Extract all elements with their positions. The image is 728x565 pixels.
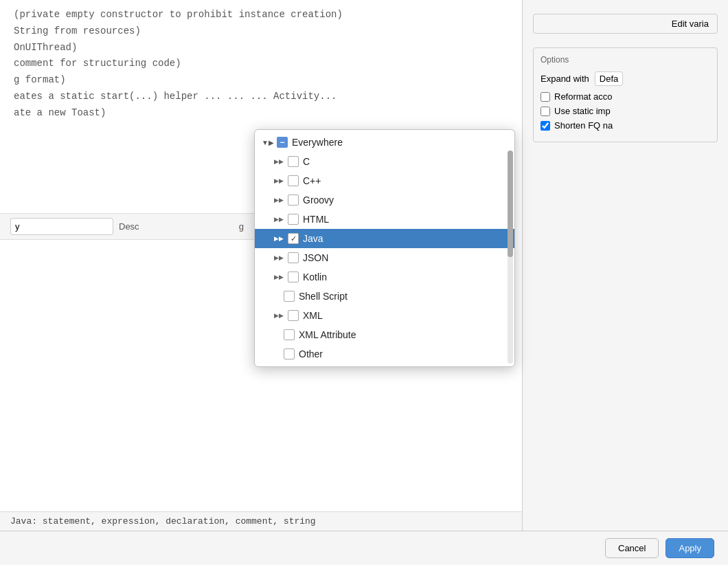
chevron-right-icon: ▶ (274, 253, 284, 263)
dropdown-item-label: Shell Script (299, 291, 506, 302)
shortenfq-checkbox[interactable] (541, 121, 550, 131)
expand-with-label: Expand with (541, 74, 589, 84)
checkbox-xmlattribute[interactable] (284, 329, 295, 340)
checkbox-kotlin[interactable] (288, 272, 299, 282)
dropdown-item-shellscript[interactable]: Shell Script (255, 287, 514, 306)
dropdown-scrollbar[interactable] (508, 151, 513, 364)
dropdown-item-c[interactable]: ▶ C (255, 152, 514, 171)
shortenfq-checkbox-row: Shorten FQ na (541, 120, 710, 131)
dropdown-item-java[interactable]: ▶ Java (255, 229, 514, 248)
dropdown-item-groovy[interactable]: ▶ Groovy (255, 190, 514, 210)
status-text: Java: statement, expression, declaration… (10, 516, 316, 527)
dropdown-item-cpp[interactable]: ▶ C++ (255, 171, 514, 190)
staticimport-checkbox[interactable] (541, 107, 550, 116)
checkbox-groovy[interactable] (288, 195, 299, 206)
code-line: ate a new Toast) (14, 105, 508, 122)
status-bar: Java: statement, expression, declaration… (0, 511, 522, 531)
apply-button[interactable]: Apply (666, 538, 714, 558)
checkbox-html[interactable] (288, 214, 299, 225)
code-line: (private empty constructor to prohibit i… (14, 7, 508, 23)
dropdown-item-label: Other (299, 348, 506, 359)
reformat-checkbox-row: Reformat acco (541, 91, 710, 102)
dropdown-item-label: Kotlin (303, 272, 506, 282)
reformat-checkbox[interactable] (541, 92, 550, 102)
shortenfq-label: Shorten FQ na (554, 120, 613, 131)
dropdown-item-label: Java (303, 233, 506, 244)
chevron-right-icon: ▶ (274, 234, 284, 243)
dropdown-item-other[interactable]: Other (255, 344, 514, 364)
dropdown-item-everywhere[interactable]: ▼ − Everywhere (255, 133, 514, 152)
dropdown-item-label: HTML (303, 214, 506, 225)
dropdown-item-html[interactable]: ▶ HTML (255, 210, 514, 229)
chevron-right-icon: ▶ (274, 272, 284, 282)
chevron-right-icon: ▶ (274, 311, 284, 320)
input-row: Desc g (0, 213, 254, 240)
chevron-right-icon: ▶ (274, 214, 284, 224)
dropdown-item-label: XML Attribute (299, 329, 506, 340)
minus-icon: − (277, 137, 288, 148)
checkbox-shellscript[interactable] (284, 291, 295, 302)
bottom-bar: Cancel Apply (0, 531, 728, 565)
right-panel: Edit varia Options Expand with Defa Refo… (522, 0, 728, 565)
cancel-button[interactable]: Cancel (605, 538, 659, 558)
checkbox-json[interactable] (288, 252, 299, 263)
dropdown-item-label: XML (303, 310, 506, 321)
dropdown-item-label: JSON (303, 252, 506, 263)
name-input[interactable] (10, 218, 113, 235)
dropdown-item-xml[interactable]: ▶ XML (255, 306, 514, 325)
code-line: eates a static start(...) helper ... ...… (14, 89, 508, 105)
code-line: g format) (14, 72, 508, 89)
options-title: Options (541, 55, 710, 65)
dropdown-item-label: C++ (303, 175, 506, 186)
chevron-right-icon: ▶ (274, 157, 284, 166)
scrollbar-thumb (508, 151, 513, 257)
code-line: comment for structuring code) (14, 56, 508, 72)
g-letter: g (239, 221, 244, 232)
code-line: String from resources) (14, 23, 508, 40)
expand-with-dropdown[interactable]: Defa (595, 71, 623, 86)
reformat-label: Reformat acco (554, 91, 613, 102)
chevron-down-icon: ▼ (263, 137, 273, 147)
checkbox-c[interactable] (288, 156, 299, 167)
checkbox-cpp[interactable] (288, 175, 299, 186)
options-group: Options Expand with Defa Reformat acco U… (533, 47, 718, 142)
dropdown-item-xmlattribute[interactable]: XML Attribute (255, 325, 514, 344)
chevron-right-icon: ▶ (274, 195, 284, 205)
dropdown-item-label: Everywhere (292, 137, 509, 148)
dropdown-item-kotlin[interactable]: ▶ Kotlin (255, 267, 514, 287)
dropdown-item-label: C (303, 156, 506, 167)
expand-with-row: Expand with Defa (541, 71, 710, 86)
checkbox-xml[interactable] (288, 310, 299, 321)
staticimport-label: Use static imp (554, 106, 611, 116)
code-line: OnUIThread) (14, 40, 508, 56)
edit-variables-button[interactable]: Edit varia (533, 14, 718, 34)
checkbox-other[interactable] (284, 348, 295, 359)
checkbox-java[interactable] (288, 233, 299, 244)
chevron-right-icon: ▶ (274, 176, 284, 186)
dropdown-item-json[interactable]: ▶ JSON (255, 248, 514, 267)
language-dropdown[interactable]: ▼ − Everywhere ▶ C ▶ C++ ▶ Groovy ▶ HTML… (254, 129, 515, 367)
dropdown-item-label: Groovy (303, 195, 506, 206)
staticimport-checkbox-row: Use static imp (541, 106, 710, 116)
desc-label: Desc (119, 221, 139, 232)
